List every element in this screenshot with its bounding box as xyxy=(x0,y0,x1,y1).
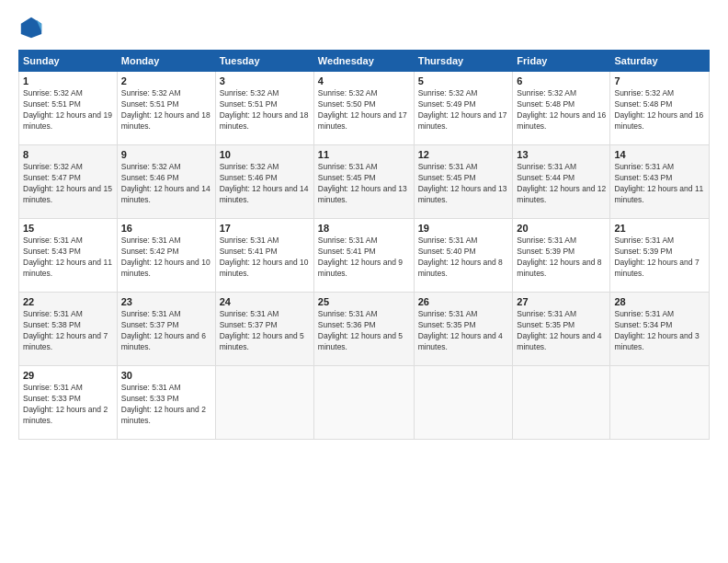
daylight-hours: Daylight: 12 hours and 8 minutes. xyxy=(517,258,601,278)
col-monday: Monday xyxy=(117,51,215,72)
sunrise-time: Sunrise: 5:31 AM xyxy=(23,309,83,318)
day-number: 5 xyxy=(418,75,509,86)
day-info: Sunrise: 5:31 AM Sunset: 5:39 PM Dayligh… xyxy=(614,236,705,280)
daylight-hours: Daylight: 12 hours and 5 minutes. xyxy=(220,331,304,351)
calendar-cell xyxy=(215,366,313,440)
sunrise-time: Sunrise: 5:32 AM xyxy=(220,88,279,98)
calendar-cell: 13 Sunrise: 5:31 AM Sunset: 5:44 PM Dayl… xyxy=(513,145,610,219)
sunset-time: Sunset: 5:46 PM xyxy=(220,173,278,182)
day-number: 29 xyxy=(23,370,113,381)
daylight-hours: Daylight: 12 hours and 10 minutes. xyxy=(220,258,309,278)
daylight-hours: Daylight: 12 hours and 13 minutes. xyxy=(418,184,507,204)
sunrise-time: Sunrise: 5:31 AM xyxy=(121,383,181,392)
daylight-hours: Daylight: 12 hours and 14 minutes. xyxy=(121,184,210,204)
day-number: 10 xyxy=(220,149,310,160)
day-number: 28 xyxy=(614,296,705,307)
day-number: 22 xyxy=(23,296,113,307)
day-info: Sunrise: 5:31 AM Sunset: 5:35 PM Dayligh… xyxy=(418,309,509,353)
calendar-row: 1 Sunrise: 5:32 AM Sunset: 5:51 PM Dayli… xyxy=(19,72,710,145)
day-number: 9 xyxy=(121,149,211,160)
day-number: 17 xyxy=(220,223,310,234)
daylight-hours: Daylight: 12 hours and 7 minutes. xyxy=(614,258,699,278)
sunset-time: Sunset: 5:37 PM xyxy=(220,320,278,329)
calendar-cell: 2 Sunrise: 5:32 AM Sunset: 5:51 PM Dayli… xyxy=(117,72,215,145)
day-number: 20 xyxy=(517,223,606,234)
calendar-cell: 4 Sunrise: 5:32 AM Sunset: 5:50 PM Dayli… xyxy=(313,72,414,145)
day-info: Sunrise: 5:31 AM Sunset: 5:41 PM Dayligh… xyxy=(318,236,410,280)
sunrise-time: Sunrise: 5:31 AM xyxy=(614,309,674,318)
sunrise-time: Sunrise: 5:32 AM xyxy=(220,162,279,171)
calendar-cell: 5 Sunrise: 5:32 AM Sunset: 5:49 PM Dayli… xyxy=(414,72,513,145)
day-info: Sunrise: 5:31 AM Sunset: 5:43 PM Dayligh… xyxy=(23,236,113,280)
sunrise-time: Sunrise: 5:31 AM xyxy=(614,162,674,171)
col-wednesday: Wednesday xyxy=(313,51,414,72)
sunrise-time: Sunrise: 5:32 AM xyxy=(23,162,83,171)
day-number: 7 xyxy=(614,75,705,86)
sunset-time: Sunset: 5:35 PM xyxy=(418,320,476,329)
sunrise-time: Sunrise: 5:32 AM xyxy=(121,88,181,98)
day-info: Sunrise: 5:31 AM Sunset: 5:37 PM Dayligh… xyxy=(121,309,211,353)
svg-marker-0 xyxy=(21,17,41,38)
daylight-hours: Daylight: 12 hours and 2 minutes. xyxy=(23,405,108,425)
calendar-cell: 15 Sunrise: 5:31 AM Sunset: 5:43 PM Dayl… xyxy=(19,219,118,293)
sunrise-time: Sunrise: 5:32 AM xyxy=(121,162,181,171)
calendar-cell: 14 Sunrise: 5:31 AM Sunset: 5:43 PM Dayl… xyxy=(610,145,710,219)
daylight-hours: Daylight: 12 hours and 10 minutes. xyxy=(121,258,210,278)
day-info: Sunrise: 5:31 AM Sunset: 5:39 PM Dayligh… xyxy=(517,236,606,280)
day-info: Sunrise: 5:32 AM Sunset: 5:49 PM Dayligh… xyxy=(418,88,509,132)
day-number: 19 xyxy=(418,223,509,234)
sunrise-time: Sunrise: 5:31 AM xyxy=(318,236,378,245)
daylight-hours: Daylight: 12 hours and 18 minutes. xyxy=(220,110,309,131)
sunrise-time: Sunrise: 5:32 AM xyxy=(517,88,576,98)
day-info: Sunrise: 5:31 AM Sunset: 5:35 PM Dayligh… xyxy=(517,309,606,353)
sunrise-time: Sunrise: 5:31 AM xyxy=(121,236,181,245)
daylight-hours: Daylight: 12 hours and 11 minutes. xyxy=(23,258,112,278)
day-info: Sunrise: 5:32 AM Sunset: 5:48 PM Dayligh… xyxy=(614,88,705,132)
sunset-time: Sunset: 5:51 PM xyxy=(121,99,179,109)
calendar-table: Sunday Monday Tuesday Wednesday Thursday… xyxy=(18,50,710,440)
calendar-cell: 16 Sunrise: 5:31 AM Sunset: 5:42 PM Dayl… xyxy=(117,219,215,293)
day-info: Sunrise: 5:31 AM Sunset: 5:33 PM Dayligh… xyxy=(121,383,211,427)
daylight-hours: Daylight: 12 hours and 4 minutes. xyxy=(517,331,601,351)
daylight-hours: Daylight: 12 hours and 11 minutes. xyxy=(614,184,703,204)
day-number: 6 xyxy=(517,75,606,86)
calendar-row: 15 Sunrise: 5:31 AM Sunset: 5:43 PM Dayl… xyxy=(19,219,710,293)
day-number: 2 xyxy=(121,75,211,86)
sunset-time: Sunset: 5:47 PM xyxy=(23,173,81,182)
daylight-hours: Daylight: 12 hours and 14 minutes. xyxy=(220,184,309,204)
sunset-time: Sunset: 5:41 PM xyxy=(220,247,278,256)
daylight-hours: Daylight: 12 hours and 5 minutes. xyxy=(318,331,403,351)
sunrise-time: Sunrise: 5:31 AM xyxy=(517,236,576,245)
calendar-cell: 20 Sunrise: 5:31 AM Sunset: 5:39 PM Dayl… xyxy=(513,219,610,293)
day-number: 24 xyxy=(220,296,310,307)
day-number: 21 xyxy=(614,223,705,234)
calendar-cell: 30 Sunrise: 5:31 AM Sunset: 5:33 PM Dayl… xyxy=(117,366,215,440)
day-info: Sunrise: 5:32 AM Sunset: 5:48 PM Dayligh… xyxy=(517,88,606,132)
sunrise-time: Sunrise: 5:31 AM xyxy=(23,383,83,392)
daylight-hours: Daylight: 12 hours and 4 minutes. xyxy=(418,331,503,351)
sunset-time: Sunset: 5:48 PM xyxy=(614,99,672,109)
daylight-hours: Daylight: 12 hours and 17 minutes. xyxy=(318,110,407,131)
sunset-time: Sunset: 5:39 PM xyxy=(517,247,574,256)
day-number: 23 xyxy=(121,296,211,307)
day-number: 4 xyxy=(318,75,410,86)
calendar-cell: 26 Sunrise: 5:31 AM Sunset: 5:35 PM Dayl… xyxy=(414,293,513,366)
calendar-page: Sunday Monday Tuesday Wednesday Thursday… xyxy=(0,0,728,563)
header-row: Sunday Monday Tuesday Wednesday Thursday… xyxy=(19,51,710,72)
calendar-cell: 19 Sunrise: 5:31 AM Sunset: 5:40 PM Dayl… xyxy=(414,219,513,293)
day-info: Sunrise: 5:31 AM Sunset: 5:42 PM Dayligh… xyxy=(121,236,211,280)
sunrise-time: Sunrise: 5:31 AM xyxy=(220,309,279,318)
calendar-cell xyxy=(513,366,610,440)
sunrise-time: Sunrise: 5:31 AM xyxy=(418,309,478,318)
calendar-cell: 10 Sunrise: 5:32 AM Sunset: 5:46 PM Dayl… xyxy=(215,145,313,219)
calendar-cell: 25 Sunrise: 5:31 AM Sunset: 5:36 PM Dayl… xyxy=(313,293,414,366)
daylight-hours: Daylight: 12 hours and 7 minutes. xyxy=(23,331,108,351)
day-info: Sunrise: 5:31 AM Sunset: 5:38 PM Dayligh… xyxy=(23,309,113,353)
sunset-time: Sunset: 5:33 PM xyxy=(23,394,81,403)
calendar-cell: 24 Sunrise: 5:31 AM Sunset: 5:37 PM Dayl… xyxy=(215,293,313,366)
calendar-cell: 23 Sunrise: 5:31 AM Sunset: 5:37 PM Dayl… xyxy=(117,293,215,366)
sunrise-time: Sunrise: 5:32 AM xyxy=(614,88,674,98)
calendar-cell xyxy=(414,366,513,440)
sunset-time: Sunset: 5:38 PM xyxy=(23,320,81,329)
daylight-hours: Daylight: 12 hours and 8 minutes. xyxy=(418,258,503,278)
